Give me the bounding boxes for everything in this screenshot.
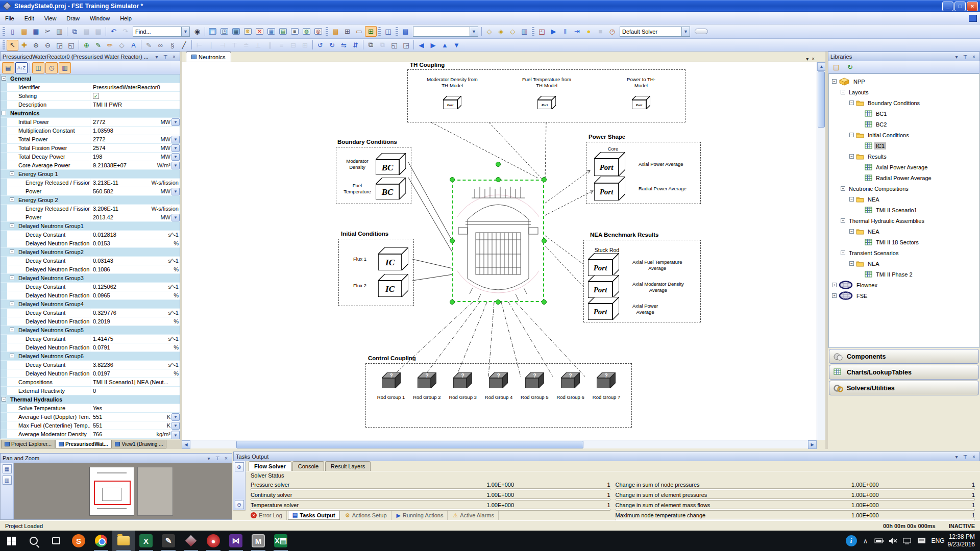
menu-window[interactable]: Window — [85, 14, 115, 23]
distribute-v-icon[interactable]: ≡ — [276, 40, 287, 51]
same-width-icon[interactable]: ⊟ — [287, 40, 299, 51]
tree-item-results[interactable]: −Results — [829, 151, 979, 162]
selection-handle-mid-right[interactable] — [542, 238, 547, 243]
nav-up-icon[interactable]: ▲ — [439, 40, 451, 51]
property-value[interactable]: 2013.42MW▼ — [90, 213, 180, 221]
tree-item-layouts[interactable]: −Layouts — [829, 87, 979, 97]
rod-group-node[interactable]: ?Rod Group 7 — [590, 372, 623, 400]
rod-group-node[interactable]: ?Rod Group 2 — [410, 372, 443, 400]
tree-item-nea[interactable]: −NEA — [829, 226, 979, 237]
search-button[interactable] — [22, 531, 45, 551]
run-solver-icon[interactable]: ▶ — [548, 26, 559, 37]
copy-icon[interactable]: ⧉ — [69, 26, 81, 37]
port-cube[interactable]: Port — [588, 275, 619, 299]
port-cube[interactable]: Port — [588, 297, 619, 321]
diagram-canvas[interactable]: TH Coupling Moderator Density from TH-Mo… — [182, 62, 817, 440]
print-icon[interactable]: ▥ — [54, 26, 65, 37]
pin-icon[interactable]: ⊤ — [962, 453, 969, 460]
nav-down-icon[interactable]: ▼ — [451, 40, 462, 51]
expand-icon[interactable]: − — [849, 197, 854, 202]
step-solver-icon[interactable]: ⇥ — [571, 26, 583, 37]
collapse-icon[interactable]: − — [10, 276, 14, 280]
hidden-icons-chevron-icon[interactable]: ∧ — [860, 537, 871, 545]
dock-tab-view1-drawing-[interactable]: View1 (Drawing ... — [111, 440, 166, 448]
initial-condition-node[interactable]: Flux 1 IC — [341, 246, 413, 272]
rod-group-node[interactable]: ?Rod Group 5 — [518, 372, 551, 400]
zoom-out-icon[interactable]: ⊖ — [42, 40, 54, 51]
ungroup-icon[interactable]: ⧉ — [377, 40, 388, 51]
hint-bulb-icon[interactable]: ● — [583, 26, 595, 37]
add-component-icon[interactable]: ⊕ — [81, 40, 92, 51]
zoom-window-icon[interactable]: ◲ — [54, 40, 65, 51]
layer-combo[interactable]: ▼ — [413, 27, 478, 37]
find-binoculars-icon[interactable]: ◉ — [191, 26, 203, 37]
notifications-icon[interactable] — [917, 537, 928, 544]
expand-icon[interactable]: − — [841, 186, 845, 191]
property-subcategory-row[interactable]: −Delayed Neutrons Group3 — [1, 274, 180, 283]
open-library-icon[interactable]: ▤ — [830, 62, 842, 72]
unit-dropdown-icon[interactable]: ▼ — [172, 162, 180, 169]
categorized-view-button[interactable]: ▤ — [2, 62, 14, 73]
property-subcategory-row[interactable]: −Delayed Neutrons Group5 — [1, 326, 180, 335]
panel-menu-icon[interactable]: ▾ — [953, 53, 960, 60]
tree-item-bc2[interactable]: BC2 — [829, 119, 979, 130]
property-value[interactable]: 1.41475s^-1 — [90, 335, 180, 343]
solver-select-combo[interactable]: Default Solver▼ — [620, 27, 690, 37]
taskbar-burn-app[interactable]: ● — [202, 531, 225, 551]
power-shape-node[interactable]: PortAxial Power Average — [594, 152, 696, 177]
tag-boundary-icon[interactable]: ◈ — [495, 26, 507, 37]
timer-icon[interactable]: ◷ — [606, 26, 618, 37]
cut-icon[interactable]: ✂ — [42, 26, 54, 37]
selection-handle-mid-left[interactable] — [450, 238, 455, 243]
result-chart-icon[interactable]: ▥ — [519, 26, 530, 37]
property-value[interactable]: 1.03598 — [90, 127, 180, 135]
task-view-button[interactable] — [45, 531, 67, 551]
tree-item-tmi-ii-scenario1[interactable]: TMI II Scenario1 — [829, 205, 979, 215]
new-window-icon[interactable]: ◳ — [218, 26, 230, 37]
line-tool-icon[interactable]: ╱ — [178, 40, 190, 51]
tree-item-thermal-hydraulic-assemblies[interactable]: −Thermal Hydraulic Assemblies — [829, 215, 979, 226]
print-view-icon[interactable]: ▥ — [3, 475, 12, 485]
property-subcategory-row[interactable]: −Delayed Neutrons Group6 — [1, 352, 180, 361]
collapse-icon[interactable]: − — [10, 328, 14, 332]
property-subcategory-row[interactable]: −Energy Group 2 — [1, 196, 180, 205]
property-value[interactable]: 0.0791% — [90, 343, 180, 352]
info-tray-icon[interactable]: i — [846, 535, 857, 546]
rod-cube[interactable]: ? — [561, 372, 580, 389]
rod-group-node[interactable]: ?Rod Group 4 — [482, 372, 515, 400]
tree-item-tmi-ii-phase-2[interactable]: TMI II Phase 2 — [829, 269, 979, 280]
collapse-icon[interactable]: − — [2, 76, 6, 81]
property-subcategory-row[interactable]: −Energy Group 1 — [1, 170, 180, 179]
save-file-icon[interactable]: ▦ — [30, 26, 42, 37]
property-value[interactable]: 551K▼ — [90, 421, 180, 430]
tag-value-icon[interactable]: ◇ — [507, 26, 519, 37]
tab-flow-solver[interactable]: Flow Solver — [249, 461, 291, 471]
property-category-row[interactable]: −Thermal Hydraulics — [1, 395, 180, 404]
solver-report-icon[interactable]: ◰ — [536, 26, 548, 37]
ruler-icon[interactable]: ▭ — [353, 26, 365, 37]
tree-item-ic1[interactable]: IC1 — [829, 140, 979, 151]
port-cube[interactable]: Port — [588, 253, 619, 277]
menu-view[interactable]: View — [39, 14, 62, 23]
report-icon[interactable]: ▤ — [277, 26, 289, 37]
expand-icon[interactable]: − — [849, 229, 854, 234]
toolbar-grip[interactable] — [3, 40, 5, 49]
library-group-button-solvers-utilities[interactable]: Solvers/Utilities — [829, 381, 979, 395]
chevron-down-icon[interactable]: ▼ — [681, 27, 690, 36]
selection-handle-bottom-center[interactable] — [496, 299, 501, 305]
close-icon[interactable]: × — [970, 453, 977, 460]
web-globe-icon[interactable]: ◍ — [301, 26, 312, 37]
tree-item-boundary-conditions[interactable]: −Boundary Conditions — [829, 97, 979, 108]
nea-result-node[interactable]: PortAxial Fuel Temperature Average — [588, 254, 695, 276]
tree-item-fse[interactable]: +FSE — [829, 290, 979, 301]
battery-icon[interactable] — [874, 538, 886, 544]
expand-icon[interactable]: − — [849, 133, 854, 137]
checkbox[interactable]: ✓ — [93, 93, 99, 99]
library-group-button-components[interactable]: Components — [829, 349, 979, 364]
options-wrench-icon[interactable]: ⚙ — [242, 26, 254, 37]
pin-icon[interactable]: ⊤ — [962, 53, 969, 60]
unit-dropdown-icon[interactable]: ▼ — [172, 153, 180, 161]
property-category-row[interactable]: −General — [1, 74, 180, 83]
tab-scroll-icon[interactable]: ▾ — [806, 56, 808, 62]
show-properties-button[interactable]: ◫ — [32, 62, 44, 73]
